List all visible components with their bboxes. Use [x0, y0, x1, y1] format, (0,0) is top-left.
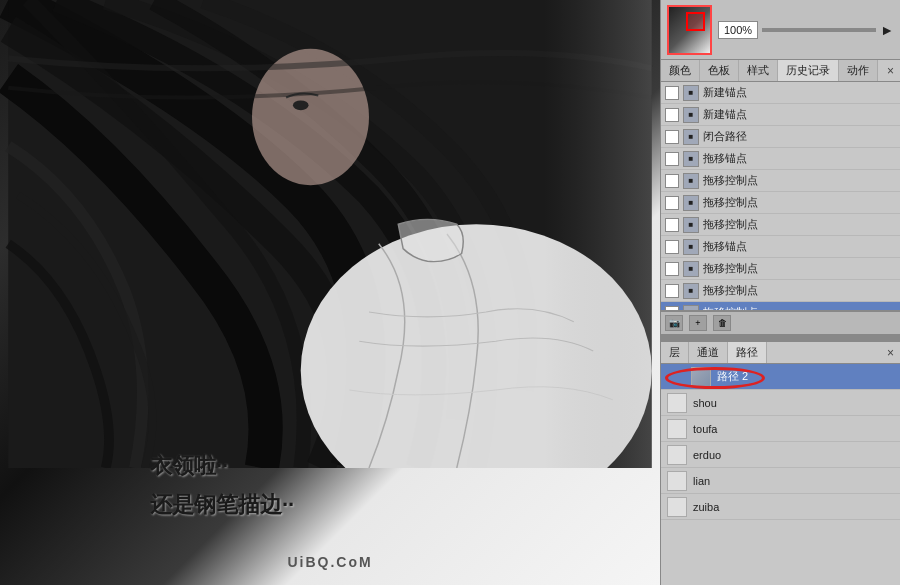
history-item[interactable]: ■ 拖移控制点	[661, 280, 900, 302]
zoom-input[interactable]	[718, 21, 758, 39]
history-icon: ▲	[683, 305, 699, 313]
history-icon: ■	[683, 261, 699, 277]
history-icon: ■	[683, 129, 699, 145]
paths-panel[interactable]: 路径 2 shou toufa erduo lian zuiba	[661, 364, 900, 585]
history-panel-footer: 📷 + 🗑	[661, 312, 900, 334]
tab-paths[interactable]: 路径	[728, 342, 767, 363]
history-icon: ■	[683, 151, 699, 167]
path-label: zuiba	[693, 501, 719, 513]
history-label: 拖移控制点	[703, 217, 758, 232]
history-label: 新建锚点	[703, 85, 747, 100]
hair-svg	[0, 0, 660, 468]
history-label: 拖移控制点	[703, 195, 758, 210]
svg-point-3	[293, 100, 309, 110]
history-checkbox[interactable]	[665, 86, 679, 100]
history-label: 拖移锚点	[703, 239, 747, 254]
history-icon: ■	[683, 173, 699, 189]
right-panel: ► 颜色 色板 样式 历史记录 动作 × ■ 新建锚点 ■ 新建锚点 ■ 闭合路…	[660, 0, 900, 585]
history-checkbox[interactable]	[665, 108, 679, 122]
thumbnail-image[interactable]	[667, 5, 712, 55]
paths-panel-close[interactable]: ×	[881, 346, 900, 360]
paths-tabs: 层 通道 路径 ×	[661, 342, 900, 364]
watermark: UiBQ.CoM	[287, 554, 372, 570]
path-thumbnail	[691, 367, 711, 387]
history-item[interactable]: ■ 拖移控制点	[661, 214, 900, 236]
history-delete-icon[interactable]: 🗑	[713, 315, 731, 331]
path-item-erduo[interactable]: erduo	[661, 442, 900, 468]
path-thumbnail	[667, 497, 687, 517]
history-new-state-icon[interactable]: +	[689, 315, 707, 331]
path-thumbnail	[667, 419, 687, 439]
text-line1: 衣领啦··	[150, 446, 294, 486]
tab-history[interactable]: 历史记录	[778, 60, 839, 81]
path-item-lian[interactable]: lian	[661, 468, 900, 494]
history-checkbox[interactable]	[665, 130, 679, 144]
path-label: lian	[693, 475, 710, 487]
canvas-area: 衣领啦·· 还是钢笔描边·· UiBQ.CoM	[0, 0, 660, 585]
path-item-container-1: 路径 2	[661, 364, 900, 390]
history-icon: ■	[683, 85, 699, 101]
zoom-slider[interactable]	[762, 28, 876, 32]
path-thumbnail	[667, 393, 687, 413]
path-item-shou[interactable]: shou	[661, 390, 900, 416]
path-item-toufa[interactable]: toufa	[661, 416, 900, 442]
canvas-image: 衣领啦·· 还是钢笔描边·· UiBQ.CoM	[0, 0, 660, 585]
history-checkbox[interactable]	[665, 196, 679, 210]
path-item-path2[interactable]: 路径 2	[661, 364, 900, 390]
tab-actions[interactable]: 动作	[839, 60, 878, 81]
history-item[interactable]: ■ 拖移控制点	[661, 170, 900, 192]
history-icon: ■	[683, 195, 699, 211]
text-overlay: 衣领啦·· 还是钢笔描边··	[150, 446, 294, 525]
zoom-arrow-right[interactable]: ►	[880, 22, 894, 38]
path-label: 路径 2	[717, 369, 748, 384]
thumbnail-bar: ►	[661, 0, 900, 60]
history-item[interactable]: ■ 拖移锚点	[661, 148, 900, 170]
history-tabs: 颜色 色板 样式 历史记录 动作 ×	[661, 60, 900, 82]
history-label: 闭合路径	[703, 129, 747, 144]
history-label: 拖移控制点	[703, 283, 758, 298]
history-label: 拖移锚点	[703, 151, 747, 166]
history-item[interactable]: ■ 拖移控制点	[661, 192, 900, 214]
path-label: erduo	[693, 449, 721, 461]
history-item-selected[interactable]: ▲ 拖移控制点	[661, 302, 900, 312]
history-icon: ■	[683, 107, 699, 123]
history-panel-close[interactable]: ×	[881, 64, 900, 78]
history-item[interactable]: ■ 拖移控制点	[661, 258, 900, 280]
history-checkbox[interactable]	[665, 218, 679, 232]
tab-layers[interactable]: 层	[661, 342, 689, 363]
svg-rect-4	[545, 0, 652, 468]
history-item[interactable]: ■ 新建锚点	[661, 82, 900, 104]
history-checkbox[interactable]	[665, 174, 679, 188]
panel-separator	[661, 334, 900, 342]
history-icon: ■	[683, 239, 699, 255]
tab-channels[interactable]: 通道	[689, 342, 728, 363]
path-thumbnail	[667, 445, 687, 465]
history-item[interactable]: ■ 拖移锚点	[661, 236, 900, 258]
path-label: toufa	[693, 423, 717, 435]
history-item[interactable]: ■ 新建锚点	[661, 104, 900, 126]
history-label: 拖移控制点	[703, 261, 758, 276]
tab-style[interactable]: 样式	[739, 60, 778, 81]
path-label: shou	[693, 397, 717, 409]
history-label: 拖移控制点	[703, 173, 758, 188]
tab-color[interactable]: 颜色	[661, 60, 700, 81]
history-new-snapshot-icon[interactable]: 📷	[665, 315, 683, 331]
history-item[interactable]: ■ 闭合路径	[661, 126, 900, 148]
text-line2: 还是钢笔描边··	[150, 485, 294, 525]
history-checkbox[interactable]	[665, 284, 679, 298]
history-label: 新建锚点	[703, 107, 747, 122]
zoom-bar: ►	[718, 21, 894, 39]
history-panel[interactable]: ■ 新建锚点 ■ 新建锚点 ■ 闭合路径 ■ 拖移锚点 ■ 拖移控制点 ■ 拖移…	[661, 82, 900, 312]
history-checkbox[interactable]	[665, 240, 679, 254]
history-checkbox[interactable]	[665, 262, 679, 276]
history-label: 拖移控制点	[703, 305, 758, 312]
history-icon: ■	[683, 283, 699, 299]
path-thumbnail	[667, 471, 687, 491]
path-item-zuiba[interactable]: zuiba	[661, 494, 900, 520]
tab-swatches[interactable]: 色板	[700, 60, 739, 81]
history-checkbox[interactable]	[665, 152, 679, 166]
history-icon: ■	[683, 217, 699, 233]
